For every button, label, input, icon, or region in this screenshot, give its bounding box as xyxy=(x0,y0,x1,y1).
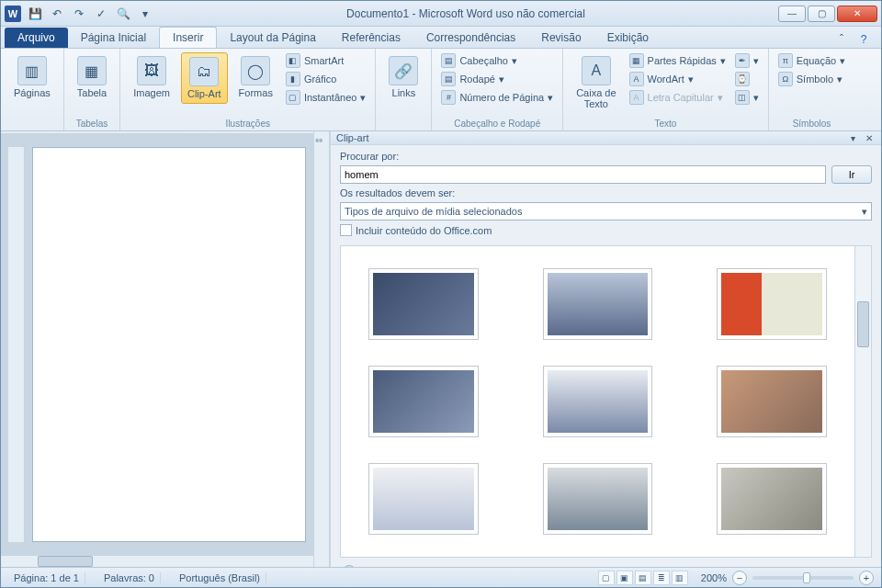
tab-references[interactable]: Referências xyxy=(329,28,413,48)
signature-icon: ✒ xyxy=(735,53,750,68)
clipart-result[interactable] xyxy=(368,268,479,340)
link-icon: 🔗 xyxy=(389,56,418,85)
vertical-ruler[interactable] xyxy=(8,147,25,542)
equation-label: Equação xyxy=(797,55,836,66)
splitter[interactable]: ⇔ xyxy=(313,131,330,567)
maximize-button[interactable]: ▢ xyxy=(808,6,835,22)
zoom-level[interactable]: 200% xyxy=(701,572,727,583)
sigline-button[interactable]: ✒▾ xyxy=(733,52,761,69)
clipart-result[interactable] xyxy=(543,463,653,535)
tab-layout[interactable]: Layout da Página xyxy=(217,28,328,48)
clipart-result[interactable] xyxy=(717,463,827,535)
document-pane xyxy=(1,131,313,567)
group-label-illus: Ilustrações xyxy=(128,119,368,129)
table-button[interactable]: ▦ Tabela xyxy=(72,52,112,102)
tab-view[interactable]: Exibição xyxy=(594,28,662,48)
status-page[interactable]: Página: 1 de 1 xyxy=(8,572,85,583)
ribbon-min-icon[interactable]: ˆ xyxy=(833,31,850,48)
spellcheck-icon[interactable]: ✓ xyxy=(93,6,109,22)
results-scrollbar[interactable] xyxy=(854,246,871,557)
textbox-button[interactable]: A Caixa de Texto xyxy=(571,52,621,113)
symbol-label: Símbolo xyxy=(797,74,833,85)
equation-button[interactable]: πEquação ▾ xyxy=(776,52,847,69)
horizontal-scrollbar[interactable] xyxy=(1,555,313,567)
object-button[interactable]: ◫▾ xyxy=(733,89,761,106)
wordart-icon: A xyxy=(629,72,644,86)
wordart-button[interactable]: AWordArt ▾ xyxy=(628,71,728,87)
image-button[interactable]: 🖼 Imagem xyxy=(128,52,175,102)
symbol-button[interactable]: ΩSímbolo ▾ xyxy=(776,71,847,87)
search-input[interactable] xyxy=(340,165,826,184)
zoom-icon[interactable]: 🔍 xyxy=(115,6,131,22)
ribbon: ▥ Páginas ▦ Tabela Tabelas 🖼 Imagem xyxy=(1,49,881,131)
save-icon[interactable]: 💾 xyxy=(27,6,43,22)
pane-close-icon[interactable]: ✕ xyxy=(863,131,876,144)
status-words[interactable]: Palavras: 0 xyxy=(98,572,161,583)
datetime-icon: ⌚ xyxy=(735,72,750,86)
view-draft[interactable]: ▥ xyxy=(672,571,688,585)
chevron-down-icon: ▾ xyxy=(862,206,867,218)
include-office-checkbox[interactable]: Incluir conteúdo do Office.com xyxy=(340,224,872,236)
group-links: 🔗 Links xyxy=(376,49,432,130)
page-icon: ▥ xyxy=(17,56,47,85)
tab-insert[interactable]: Inserir xyxy=(159,27,217,48)
datetime-button[interactable]: ⌚ xyxy=(733,71,761,87)
group-label-symbols: Símbolos xyxy=(776,119,847,129)
screenshot-button[interactable]: ▢Instantâneo ▾ xyxy=(284,89,368,106)
chart-label: Gráfico xyxy=(304,74,336,85)
tab-mailings[interactable]: Correspondências xyxy=(413,28,528,48)
group-label-tables: Tabelas xyxy=(72,119,112,129)
clipart-result[interactable] xyxy=(368,366,479,437)
header-button[interactable]: ▤Cabeçalho ▾ xyxy=(439,52,555,69)
clipart-result[interactable] xyxy=(368,463,479,535)
view-outline[interactable]: ≣ xyxy=(653,571,670,585)
clipart-button[interactable]: 🗂 Clip-Art xyxy=(181,52,228,104)
view-fullscreen[interactable]: ▣ xyxy=(616,571,633,585)
textbox-label: Caixa de Texto xyxy=(576,87,616,109)
view-buttons: ▢ ▣ ▤ ≣ ▥ xyxy=(598,571,688,585)
pagenumber-button[interactable]: #Número de Página ▾ xyxy=(439,89,555,106)
zoom-out-button[interactable]: − xyxy=(732,571,747,585)
zoom-knob[interactable] xyxy=(803,572,810,583)
dropcap-button[interactable]: ALetra Capitular ▾ xyxy=(628,89,728,106)
chart-button[interactable]: ▮Gráfico xyxy=(284,71,368,87)
quick-access-toolbar: 💾 ↶ ↷ ✓ 🔍 ▾ xyxy=(27,6,153,22)
clipart-result[interactable] xyxy=(543,366,653,437)
wordart-label: WordArt xyxy=(648,74,684,85)
clipart-result[interactable] xyxy=(543,268,653,340)
group-text: A Caixa de Texto ▦Partes Rápidas ▾ AWord… xyxy=(563,49,769,130)
table-label: Tabela xyxy=(77,87,107,98)
quickparts-button[interactable]: ▦Partes Rápidas ▾ xyxy=(628,52,728,69)
group-header-footer: ▤Cabeçalho ▾ ▤Rodapé ▾ #Número de Página… xyxy=(432,49,563,130)
pane-dropdown-icon[interactable]: ▾ xyxy=(846,131,859,144)
undo-icon[interactable]: ↶ xyxy=(49,6,65,22)
tab-home[interactable]: Página Inicial xyxy=(68,28,159,48)
footer-button[interactable]: ▤Rodapé ▾ xyxy=(439,71,555,87)
quickparts-icon: ▦ xyxy=(629,53,644,68)
tab-file[interactable]: Arquivo xyxy=(5,28,68,48)
links-button[interactable]: 🔗 Links xyxy=(383,52,424,102)
document-page[interactable] xyxy=(32,147,306,542)
close-button[interactable]: ✕ xyxy=(837,6,877,22)
redo-icon[interactable]: ↷ xyxy=(71,6,87,22)
clipart-task-pane: Clip-art ▾ ✕ Procurar por: Ir Os resulta… xyxy=(330,131,881,567)
status-language[interactable]: Português (Brasil) xyxy=(174,572,266,583)
minimize-button[interactable]: — xyxy=(778,6,806,22)
zoom-slider[interactable] xyxy=(752,576,854,580)
clipart-result[interactable] xyxy=(717,366,827,437)
tab-review[interactable]: Revisão xyxy=(528,28,594,48)
qat-dropdown-icon[interactable]: ▾ xyxy=(137,6,153,22)
go-button[interactable]: Ir xyxy=(831,165,872,184)
help-icon[interactable]: ? xyxy=(855,31,872,48)
zoom-in-button[interactable]: + xyxy=(859,571,874,585)
filter-value: Tipos de arquivo de mídia selecionados xyxy=(345,206,522,217)
smartart-button[interactable]: ◧SmartArt xyxy=(284,52,368,69)
scroll-thumb[interactable] xyxy=(857,301,869,347)
view-print-layout[interactable]: ▢ xyxy=(598,571,615,585)
media-type-select[interactable]: Tipos de arquivo de mídia selecionados ▾ xyxy=(340,202,872,220)
shapes-button[interactable]: ◯ Formas xyxy=(233,52,278,102)
scroll-thumb[interactable] xyxy=(38,556,93,567)
clipart-result[interactable] xyxy=(717,268,827,340)
view-web[interactable]: ▤ xyxy=(635,571,651,585)
pages-button[interactable]: ▥ Páginas xyxy=(8,52,56,102)
